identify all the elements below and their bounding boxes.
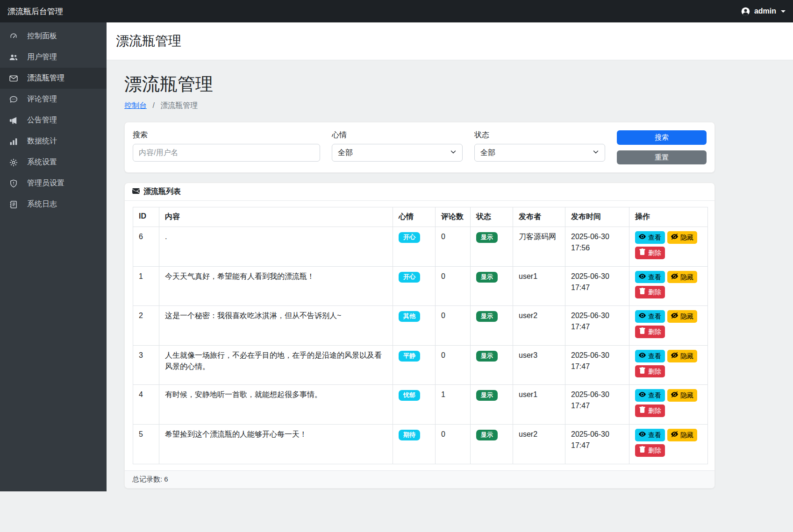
sidebar-item-bottles[interactable]: 漂流瓶管理 [0,68,107,89]
trash-icon [639,367,646,376]
breadcrumb-home-link[interactable]: 控制台 [124,101,147,109]
eye-slash-icon [671,233,678,242]
view-button[interactable]: 查看 [635,310,665,323]
cell-publisher: user2 [513,306,565,346]
breadcrumb: 控制台 / 漂流瓶管理 [124,101,775,111]
sidebar-item-label: 漂流瓶管理 [27,73,64,83]
cell-status: 显示 [471,266,513,306]
trash-icon [639,288,646,297]
sidebar-item-logs[interactable]: 系统日志 [0,194,107,215]
shield-icon [8,179,19,188]
view-button[interactable]: 查看 [635,350,665,362]
cell-id: 4 [133,385,159,425]
status-select[interactable]: 全部 [474,144,605,162]
mood-badge: 其他 [399,311,420,322]
delete-button[interactable]: 删除 [635,444,665,457]
sidebar-item-users[interactable]: 用户管理 [0,47,107,68]
cell-mood: 平静 [393,345,436,385]
sidebar-item-announcements[interactable]: 公告管理 [0,110,107,131]
eye-slash-icon [671,431,678,440]
hide-button[interactable]: 隐藏 [667,389,697,402]
cell-content: 希望捡到这个漂流瓶的人能够开心每一天！ [159,424,393,464]
record-count: 总记录数: 6 [125,470,714,488]
col-id: ID [133,207,159,227]
col-comments: 评论数 [436,207,471,227]
sidebar-item-statistics[interactable]: 数据统计 [0,131,107,152]
card-title: 漂流瓶列表 [143,187,181,197]
table-row: 2 这是一个秘密：我很喜欢吃冰淇淋，但从不告诉别人~ 其他 0 显示 user2… [133,306,708,346]
eye-slash-icon [671,312,678,321]
sidebar-item-admins[interactable]: 管理员设置 [0,173,107,194]
publish-date: 2025-06-30 [571,429,623,440]
sidebar-item-comments[interactable]: 评论管理 [0,89,107,110]
delete-button[interactable]: 删除 [635,247,665,259]
view-button[interactable]: 查看 [635,271,665,284]
search-input[interactable] [133,144,320,162]
view-button[interactable]: 查看 [635,389,665,402]
delete-button[interactable]: 删除 [635,404,665,417]
person-circle-icon [741,7,750,16]
eye-icon [639,431,646,440]
cell-publisher: 刀客源码网 [513,227,565,267]
chevron-down-icon [450,149,457,157]
mood-badge: 忧郁 [399,390,420,401]
publish-time: 17:56 [571,242,623,254]
sidebar-item-label: 评论管理 [27,94,57,104]
cell-id: 3 [133,345,159,385]
eye-icon [639,391,646,400]
hide-button[interactable]: 隐藏 [667,231,697,244]
hide-button[interactable]: 隐藏 [667,350,697,362]
view-button[interactable]: 查看 [635,429,665,441]
user-name: admin [754,7,776,15]
reset-button[interactable]: 重置 [617,150,707,164]
bar-chart-icon [8,137,19,146]
sidebar-item-label: 系统日志 [27,199,57,209]
status-badge: 显示 [476,351,498,362]
app-brand[interactable]: 漂流瓶后台管理 [7,6,63,17]
cell-mood: 期待 [393,424,436,464]
mood-badge: 开心 [399,272,420,283]
eye-slash-icon [671,391,678,400]
mood-select-value: 全部 [338,148,353,158]
cell-time: 2025-06-30 17:47 [565,385,629,425]
mood-badge: 平静 [399,351,420,362]
cell-actions: 查看 隐藏 删除 [629,345,708,385]
cell-status: 显示 [471,345,513,385]
cell-time: 2025-06-30 17:56 [565,227,629,267]
status-badge: 显示 [476,232,498,243]
cell-time: 2025-06-30 17:47 [565,424,629,464]
trash-icon [639,446,646,455]
cell-id: 5 [133,424,159,464]
sidebar-item-label: 管理员设置 [27,178,64,188]
publish-time: 17:47 [571,282,623,293]
breadcrumb-separator: / [152,101,154,109]
top-navbar: 漂流瓶后台管理 admin [0,0,793,22]
sidebar-item-settings[interactable]: 系统设置 [0,152,107,173]
sidebar: 控制面板 用户管理 漂流瓶管理 评论管理 公告管理 [0,22,107,491]
hide-button[interactable]: 隐藏 [667,271,697,284]
cell-publisher: user1 [513,266,565,306]
user-menu[interactable]: admin [741,7,786,16]
speedometer-icon [8,32,19,41]
publish-time: 17:47 [571,321,623,333]
delete-button[interactable]: 删除 [635,365,665,378]
search-button[interactable]: 搜索 [617,130,707,145]
delete-button[interactable]: 删除 [635,326,665,338]
sidebar-item-label: 数据统计 [27,136,57,146]
cell-actions: 查看 隐藏 删除 [629,385,708,425]
hide-button[interactable]: 隐藏 [667,310,697,323]
delete-button[interactable]: 删除 [635,286,665,298]
page-header-title: 漂流瓶管理 [116,32,181,50]
hide-button[interactable]: 隐藏 [667,429,697,441]
cell-actions: 查看 隐藏 删除 [629,306,708,346]
trash-icon [639,327,646,336]
publish-time: 17:47 [571,400,623,411]
mood-select[interactable]: 全部 [332,144,463,162]
view-button[interactable]: 查看 [635,231,665,244]
chevron-down-icon [593,149,599,157]
cell-status: 显示 [471,227,513,267]
mood-badge: 期待 [399,430,420,440]
sidebar-item-dashboard[interactable]: 控制面板 [0,26,107,47]
cell-id: 2 [133,306,159,346]
sidebar-item-label: 用户管理 [27,52,57,62]
